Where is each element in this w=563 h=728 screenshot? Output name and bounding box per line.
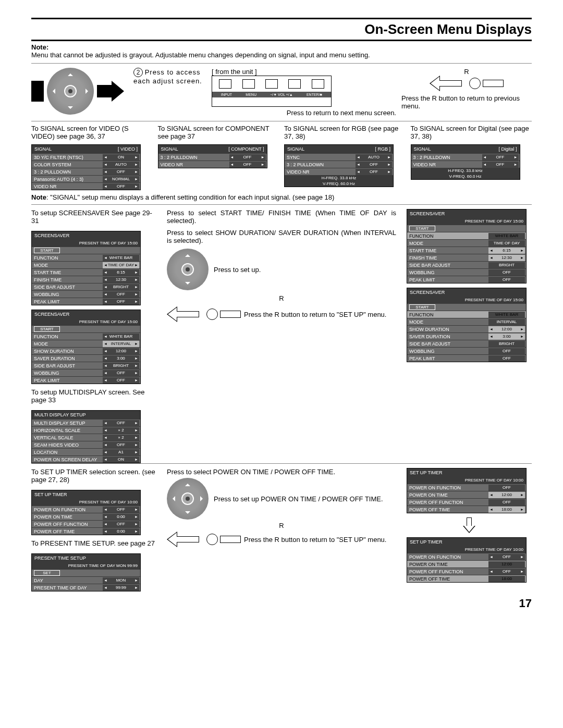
menu-row[interactable]: SIDE BAR ADJUSTBRIGHT bbox=[32, 283, 140, 290]
menu-value[interactable]: TIME OF DAY bbox=[488, 240, 525, 246]
menu-row[interactable]: SAVER DURATION3:00 bbox=[32, 354, 140, 362]
menu-row[interactable]: 3 : 2 PULLDOWNOFF bbox=[32, 168, 140, 175]
menu-row[interactable]: VIDEO NROFF bbox=[411, 161, 520, 168]
menu-value[interactable]: OFF bbox=[356, 169, 392, 175]
menu-value[interactable]: TIME OF DAY bbox=[103, 262, 139, 268]
menu-row[interactable]: 3 : 2 PULLDOWNOFF bbox=[285, 161, 393, 168]
menu-row[interactable]: LOCATIONA1 bbox=[32, 448, 140, 455]
unit-menu-button[interactable] bbox=[242, 79, 255, 89]
menu-value[interactable]: BRIGHT bbox=[103, 284, 139, 290]
menu-row[interactable]: POWER ON SCREEN DELAYON bbox=[32, 455, 140, 463]
menu-row[interactable]: SIDE BAR ADJUSTBRIGHT bbox=[407, 340, 526, 347]
menu-row[interactable]: MODEINTERVAL bbox=[407, 318, 526, 325]
menu-row[interactable]: START TIME6:15 bbox=[407, 246, 526, 254]
menu-value[interactable]: OFF bbox=[103, 420, 139, 426]
menu-row[interactable]: VERTICAL SCALE× 2 bbox=[32, 434, 140, 441]
menu-value[interactable]: OFF bbox=[482, 162, 519, 168]
menu-value[interactable]: 12:30 bbox=[488, 255, 525, 261]
menu-value[interactable]: BRIGHT bbox=[488, 341, 525, 347]
menu-value[interactable]: 12:00 bbox=[103, 348, 139, 354]
menu-value[interactable]: OFF bbox=[488, 499, 525, 505]
r-button-icon[interactable] bbox=[206, 309, 241, 320]
menu-row[interactable]: MULTI DISPLAY SETUPOFF bbox=[32, 419, 140, 426]
menu-value[interactable]: 3:00 bbox=[103, 355, 139, 362]
menu-value[interactable]: 6:15 bbox=[488, 248, 525, 254]
menu-row[interactable]: POWER OFF FUNCTIONOFF bbox=[407, 498, 526, 505]
menu-row[interactable]: WOBBLINGOFF bbox=[407, 268, 526, 276]
menu-row[interactable]: PRESENT TIME OF DAY99:99 bbox=[32, 584, 140, 591]
menu-row[interactable]: WOBBLINGOFF bbox=[32, 290, 140, 298]
menu-row[interactable]: POWER ON TIME12:00 bbox=[407, 491, 526, 498]
menu-value[interactable]: × 2 bbox=[103, 435, 139, 441]
menu-row[interactable]: Panasonic AUTO (4 : 3)NORMAL bbox=[32, 175, 140, 182]
menu-row[interactable]: FUNCTIONWHITE BAR SCROLL bbox=[32, 332, 140, 340]
menu-row[interactable]: POWER ON TIME12:00 bbox=[407, 560, 526, 567]
menu-value[interactable]: WHITE BAR SCROLL bbox=[103, 255, 139, 261]
menu-row[interactable]: 3 : 2 PULLDOWNOFF bbox=[158, 153, 267, 161]
menu-value[interactable]: 0:00 bbox=[103, 528, 139, 535]
menu-value[interactable]: BRIGHT bbox=[103, 363, 139, 369]
menu-value[interactable]: NORMAL bbox=[103, 176, 139, 182]
menu-row[interactable]: HORIZONTAL SCALE× 2 bbox=[32, 426, 140, 434]
menu-row[interactable]: POWER ON FUNCTIONOFF bbox=[32, 505, 140, 513]
menu-value[interactable]: OFF bbox=[103, 183, 139, 190]
menu-row[interactable]: POWER OFF FUNCTIONOFF bbox=[407, 567, 526, 575]
menu-value[interactable]: OFF bbox=[488, 277, 525, 283]
menu-row[interactable]: FUNCTIONWHITE BAR SCROLL bbox=[407, 232, 526, 239]
menu-row[interactable]: COLOR SYSTEMAUTO bbox=[32, 161, 140, 168]
menu-value[interactable]: OFF bbox=[356, 162, 392, 168]
menu-row[interactable]: MODETIME OF DAY bbox=[407, 239, 526, 246]
menu-value[interactable]: OFF bbox=[488, 554, 525, 560]
menu-start-button[interactable]: START bbox=[409, 226, 435, 231]
menu-value[interactable]: OFF bbox=[488, 355, 525, 362]
menu-value[interactable]: OFF bbox=[488, 485, 525, 491]
menu-row[interactable]: SHOW DURATION12:00 bbox=[32, 347, 140, 354]
menu-value[interactable]: WHITE BAR SCROLL bbox=[488, 233, 525, 239]
menu-start-button[interactable]: START bbox=[34, 326, 60, 332]
menu-row[interactable]: VIDEO NROFF bbox=[32, 182, 140, 190]
menu-value[interactable]: 18:00 bbox=[488, 576, 525, 582]
unit-vol-up-button[interactable] bbox=[288, 79, 301, 89]
menu-row[interactable]: SIDE BAR ADJUSTBRIGHT bbox=[32, 362, 140, 369]
menu-row[interactable]: FINISH TIME12:30 bbox=[407, 254, 526, 261]
menu-row[interactable]: FUNCTIONWHITE BAR SCROLL bbox=[407, 311, 526, 318]
menu-row[interactable]: PEAK LIMITOFF bbox=[32, 298, 140, 305]
menu-row[interactable]: SAVER DURATION3:00 bbox=[407, 332, 526, 340]
menu-value[interactable]: 6:15 bbox=[103, 269, 139, 276]
menu-value[interactable]: OFF bbox=[482, 154, 519, 161]
menu-value[interactable]: 12:30 bbox=[103, 277, 139, 283]
menu-value[interactable]: OFF bbox=[103, 169, 139, 175]
menu-value[interactable]: OFF bbox=[229, 162, 266, 168]
menu-row[interactable]: POWER OFF TIME0:00 bbox=[32, 527, 140, 535]
menu-value[interactable]: 12:00 bbox=[488, 326, 525, 332]
menu-value[interactable]: OFF bbox=[488, 269, 525, 276]
menu-row[interactable]: SHOW DURATION12:00 bbox=[407, 325, 526, 332]
menu-value[interactable]: AUTO bbox=[356, 154, 392, 161]
menu-start-button[interactable]: START bbox=[409, 304, 435, 310]
menu-row[interactable]: POWER ON FUNCTIONOFF bbox=[407, 553, 526, 560]
menu-row[interactable]: WOBBLINGOFF bbox=[407, 347, 526, 354]
menu-value[interactable]: OFF bbox=[229, 154, 266, 161]
menu-value[interactable]: 3:00 bbox=[488, 334, 525, 340]
menu-row[interactable]: SET bbox=[32, 569, 140, 576]
menu-value[interactable]: OFF bbox=[103, 291, 139, 298]
menu-row[interactable]: POWER OFF TIME18:00 bbox=[407, 505, 526, 513]
menu-row[interactable]: START bbox=[407, 225, 526, 232]
r-button-icon[interactable] bbox=[469, 78, 504, 89]
menu-value[interactable]: ON bbox=[103, 154, 139, 161]
menu-value[interactable]: OFF bbox=[103, 299, 139, 305]
menu-value[interactable]: MON bbox=[103, 577, 139, 584]
menu-value[interactable]: 18:00 bbox=[488, 507, 525, 513]
menu-row[interactable]: START bbox=[32, 325, 140, 332]
menu-row[interactable]: PEAK LIMITOFF bbox=[407, 276, 526, 283]
menu-row[interactable]: FINISH TIME12:30 bbox=[32, 276, 140, 283]
menu-row[interactable]: START bbox=[32, 246, 140, 254]
menu-value[interactable]: BRIGHT bbox=[488, 262, 525, 268]
menu-value[interactable]: × 2 bbox=[103, 427, 139, 434]
menu-value[interactable]: 99:99 bbox=[103, 585, 139, 591]
menu-value[interactable]: OFF bbox=[103, 377, 139, 384]
menu-row[interactable]: SEAM HIDES VIDEOOFF bbox=[32, 441, 140, 448]
menu-value[interactable]: 12:00 bbox=[488, 492, 525, 498]
menu-value[interactable]: OFF bbox=[103, 370, 139, 376]
menu-value[interactable]: AUTO bbox=[103, 162, 139, 168]
